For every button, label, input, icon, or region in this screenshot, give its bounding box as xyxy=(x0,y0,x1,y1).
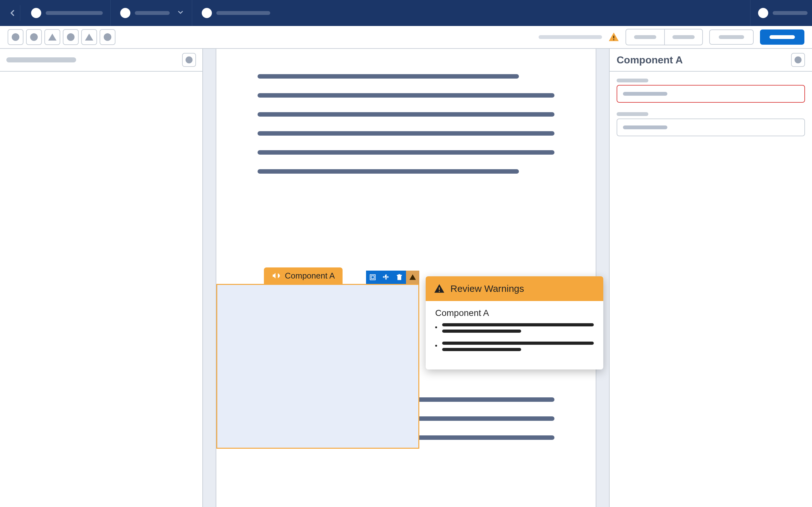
bullet-icon xyxy=(435,326,437,328)
button-group xyxy=(625,29,703,45)
text-line xyxy=(258,93,554,98)
popover-subhead: Component A xyxy=(435,308,594,318)
megaphone-icon xyxy=(271,271,281,280)
avatar-icon xyxy=(31,8,41,18)
text-line xyxy=(258,112,554,117)
back-button[interactable] xyxy=(4,5,20,21)
right-panel-action[interactable] xyxy=(791,53,805,67)
avatar-icon xyxy=(202,8,212,18)
layout-action-button[interactable] xyxy=(366,271,379,284)
warning-icon xyxy=(434,283,445,294)
property-input-error[interactable] xyxy=(617,85,805,103)
toolbar-button[interactable] xyxy=(100,29,115,45)
primary-button[interactable] xyxy=(760,30,804,45)
popover-title: Review Warnings xyxy=(450,283,524,294)
circle-icon xyxy=(67,33,74,41)
toolbar xyxy=(0,26,812,49)
warning-item xyxy=(435,323,594,336)
field-label xyxy=(617,78,648,82)
page[interactable]: Component A xyxy=(216,49,596,507)
nav-tab-label xyxy=(773,11,808,15)
component-toolbar xyxy=(366,271,419,284)
text-line xyxy=(258,169,519,174)
delete-action-button[interactable] xyxy=(393,271,406,284)
triangle-icon xyxy=(85,34,93,41)
avatar-icon xyxy=(758,8,768,18)
nav-tab-label xyxy=(46,11,103,15)
text-line xyxy=(258,131,554,135)
circle-icon xyxy=(186,56,193,63)
toolbar-button[interactable] xyxy=(81,29,97,45)
chevron-down-icon[interactable] xyxy=(177,9,184,17)
circle-icon xyxy=(795,56,802,63)
property-input[interactable] xyxy=(617,118,805,136)
warning-icon[interactable] xyxy=(608,32,619,43)
text-line xyxy=(258,150,554,155)
circle-icon xyxy=(30,33,38,41)
warning-icon xyxy=(409,274,416,281)
left-panel-title xyxy=(6,57,76,62)
field-label xyxy=(617,112,648,116)
svg-rect-5 xyxy=(439,291,440,292)
selected-component[interactable] xyxy=(216,284,419,449)
right-panel: Component A xyxy=(609,49,812,507)
segment-button[interactable] xyxy=(626,30,664,45)
nav-tab-right[interactable] xyxy=(750,0,808,26)
left-panel xyxy=(0,49,203,507)
toolbar-button[interactable] xyxy=(44,29,60,45)
left-panel-action[interactable] xyxy=(182,53,196,67)
svg-rect-3 xyxy=(371,276,374,279)
circle-icon xyxy=(104,33,111,41)
move-icon xyxy=(383,274,390,281)
svg-rect-2 xyxy=(370,275,375,280)
nav-tab-3[interactable] xyxy=(199,0,278,26)
layout-icon xyxy=(369,274,376,281)
toolbar-button[interactable] xyxy=(26,29,42,45)
avatar-icon xyxy=(120,8,131,18)
secondary-button[interactable] xyxy=(709,30,754,45)
component-tab-label: Component A xyxy=(285,271,335,281)
text-line xyxy=(258,74,519,78)
nav-tab-1[interactable] xyxy=(28,0,111,26)
move-action-button[interactable] xyxy=(379,271,393,284)
bullet-icon xyxy=(435,345,437,347)
canvas: Component A xyxy=(203,49,609,507)
nav-tab-label xyxy=(216,11,270,15)
warning-action-button[interactable] xyxy=(406,271,419,284)
nav-tab-label xyxy=(135,11,170,15)
triangle-icon xyxy=(48,34,56,41)
svg-rect-4 xyxy=(439,287,440,290)
segment-button[interactable] xyxy=(664,30,702,45)
toolbar-button[interactable] xyxy=(63,29,79,45)
status-text xyxy=(539,35,602,39)
nav-tab-2[interactable] xyxy=(117,0,192,26)
circle-icon xyxy=(12,33,19,41)
right-panel-title: Component A xyxy=(617,54,683,66)
top-navbar xyxy=(0,0,812,26)
toolbar-button[interactable] xyxy=(8,29,23,45)
warnings-popover: Review Warnings Component A xyxy=(426,276,603,370)
svg-rect-1 xyxy=(613,39,614,40)
svg-rect-0 xyxy=(613,36,614,39)
warning-item xyxy=(435,342,594,354)
trash-icon xyxy=(396,274,403,281)
component-tab[interactable]: Component A xyxy=(264,268,343,284)
